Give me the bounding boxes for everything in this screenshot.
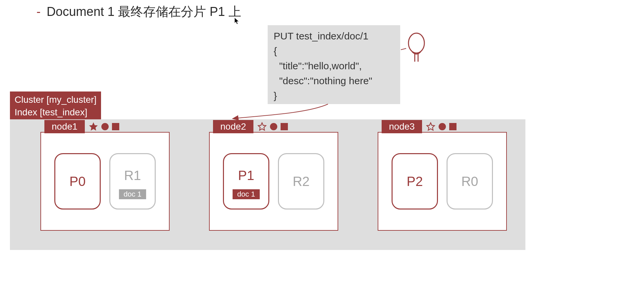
shard-r2-label: R2 (293, 174, 309, 189)
shard-p2-label: P2 (407, 174, 423, 189)
node-2-icons (257, 122, 288, 131)
code-line-4: "desc":"nothing here" (274, 73, 394, 88)
arrow-code-to-node2 (233, 104, 328, 119)
node-2-shards: P1 doc 1 R2 (210, 133, 338, 230)
code-line-2: { (274, 43, 394, 58)
node-3-icons (426, 122, 456, 131)
svg-point-0 (408, 33, 424, 53)
node-3-header: node3 (382, 120, 456, 133)
shard-p2: P2 (392, 153, 438, 210)
cluster-label-line2: Index [test_index] (15, 106, 96, 119)
title-text: Document 1 最终存储在分片 P1 上 (47, 3, 241, 20)
shard-p0-label: P0 (70, 174, 86, 189)
square-icon (281, 123, 288, 130)
code-line-1: PUT test_index/doc/1 (274, 29, 394, 43)
shard-r2: R2 (278, 153, 324, 210)
star-outline-icon (257, 122, 267, 131)
shard-r1-doc: doc 1 (119, 189, 146, 199)
cluster-label-line1: Cluster [my_cluster] (15, 93, 96, 106)
node-1: node1 P0 R1 doc 1 (40, 132, 170, 231)
title-dash: - (36, 5, 41, 19)
shard-r0: R0 (447, 153, 493, 210)
shard-p0: P0 (54, 153, 101, 210)
node-2-header: node2 (213, 120, 288, 133)
mouse-cursor-icon (234, 17, 240, 27)
circle-icon (270, 123, 277, 130)
node-3: node3 P2 R0 (378, 132, 507, 231)
node-2-tab: node2 (213, 120, 253, 133)
square-icon (112, 123, 119, 130)
square-icon (449, 123, 456, 130)
shard-r0-label: R0 (461, 174, 478, 189)
star-outline-icon (426, 122, 435, 131)
node-3-tab: node3 (382, 120, 422, 133)
circle-icon (101, 123, 109, 130)
slide-title: - Document 1 最终存储在分片 P1 上 (36, 3, 241, 20)
cluster-label: Cluster [my_cluster] Index [test_index] (10, 91, 101, 121)
node-1-header: node1 (44, 120, 119, 133)
node-1-shards: P0 R1 doc 1 (41, 133, 169, 230)
shard-r1: R1 doc 1 (109, 153, 156, 210)
star-filled-icon (89, 122, 98, 131)
code-line-5: } (274, 88, 394, 103)
shard-p1-doc: doc 1 (233, 189, 260, 199)
node-3-shards: P2 R0 (378, 133, 506, 230)
shard-p1: P1 doc 1 (223, 153, 269, 210)
shard-p1-label: P1 (238, 168, 254, 183)
node-1-icons (89, 122, 119, 131)
shard-r1-label: R1 (124, 168, 141, 183)
node-2: node2 P1 doc 1 R2 (209, 132, 338, 231)
cluster-area: node1 P0 R1 doc 1 node2 (10, 119, 525, 250)
request-code-box: PUT test_index/doc/1 { "title":"hello,wo… (268, 25, 400, 104)
code-line-3: "title":"hello,world", (274, 58, 394, 73)
user-head-icon (405, 32, 428, 62)
node-1-tab: node1 (44, 120, 85, 133)
circle-icon (439, 123, 446, 130)
